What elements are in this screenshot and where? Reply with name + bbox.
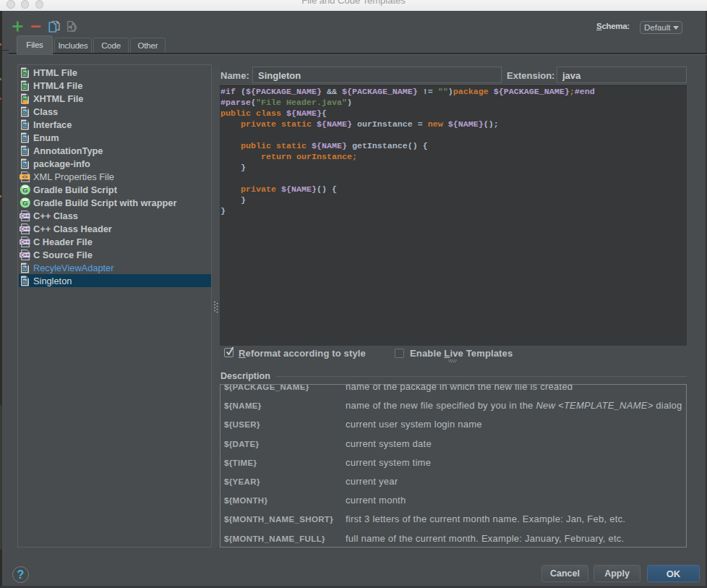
svg-text:b: b	[23, 148, 27, 155]
svg-text:b: b	[23, 109, 27, 116]
svg-text:h: h	[23, 83, 27, 90]
svg-text:G: G	[22, 199, 27, 207]
svg-text:G: G	[22, 186, 27, 194]
svg-text:b: b	[23, 135, 27, 142]
svg-text:b: b	[23, 265, 27, 272]
svg-text:b: b	[23, 122, 27, 129]
svg-text:b: b	[23, 278, 27, 285]
svg-text:<>: <>	[22, 174, 27, 179]
svg-text:C++: C++	[20, 239, 29, 244]
svg-text:C++: C++	[20, 226, 29, 231]
svg-text:C++: C++	[20, 213, 29, 218]
svg-text:h: h	[23, 70, 27, 77]
svg-text:b: b	[23, 161, 27, 168]
svg-text:C++: C++	[20, 252, 29, 257]
